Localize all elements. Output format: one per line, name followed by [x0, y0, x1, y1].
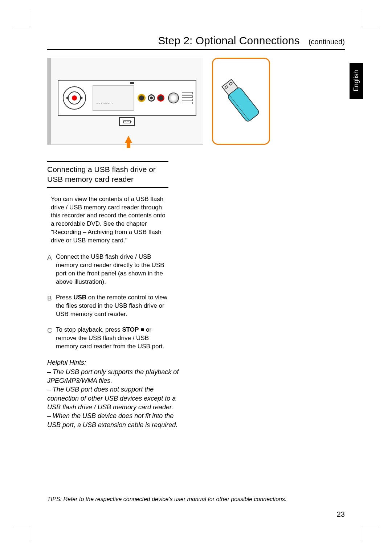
step-c: C To stop playback, press STOP ■ or remo…: [47, 326, 172, 351]
usb-drive-figure: [212, 58, 270, 145]
video-jack-icon: [138, 94, 146, 102]
device-front-panel-figure: MP3 DIRECT: [47, 58, 203, 145]
usb-port-icon: [119, 117, 135, 126]
record-button-icon: [72, 95, 77, 101]
header-title: Step 2: Optional Connections: [158, 34, 299, 46]
insert-arrow-icon: [125, 136, 132, 143]
step-letter: B: [47, 294, 52, 319]
display-panel-icon: MP3 DIRECT: [93, 85, 134, 111]
page-header: Step 2: Optional Connections (continued): [47, 34, 345, 50]
av-jacks-icon: [138, 94, 164, 102]
step-prefix: Press: [56, 294, 73, 301]
knob-icon: [168, 93, 179, 103]
hint-item: – The USB port only supports the playbac…: [47, 368, 185, 385]
tips-footer: TIPS: Refer to the respective connected …: [47, 496, 286, 503]
usb-flash-drive-icon: [221, 75, 261, 128]
page-content: Step 2: Optional Connections (continued)…: [47, 34, 345, 519]
audio-right-jack-icon: [157, 94, 164, 102]
step-letter: A: [47, 253, 52, 286]
step-text: Connect the USB flash drive / USB memory…: [56, 253, 172, 286]
step-b: B Press USB on the remote control to vie…: [47, 294, 172, 319]
step-text: To stop playback, press STOP ■ or remove…: [56, 326, 172, 351]
page-number: 23: [337, 510, 345, 519]
step-text: Press USB on the remote control to view …: [56, 294, 172, 319]
section-intro: You can view the contents of a USB flash…: [47, 195, 168, 245]
header-continued: (continued): [309, 38, 345, 46]
hints-title: Helpful Hints:: [47, 358, 185, 367]
step-letter: C: [47, 326, 52, 351]
mp3-direct-label: MP3 DIRECT: [97, 102, 113, 105]
stop-glyph-icon: ■: [139, 326, 146, 333]
transport-control-icon: [63, 86, 86, 110]
step-command: USB: [73, 294, 86, 301]
helpful-hints: Helpful Hints: – The USB port only suppo…: [47, 358, 185, 429]
step-command: STOP: [122, 326, 139, 333]
hint-item: – When the USB device does not ﬁt into t…: [47, 411, 185, 429]
figure-area: MP3 DIRECT: [47, 58, 345, 145]
language-tab: English: [350, 63, 363, 99]
audio-left-jack-icon: [148, 94, 155, 102]
step-a: A Connect the USB flash drive / USB memo…: [47, 253, 172, 286]
step-prefix: To stop playback, press: [56, 326, 122, 333]
steps-list: A Connect the USB flash drive / USB memo…: [47, 253, 172, 351]
hint-item: – The USB port does not support the conn…: [47, 385, 185, 411]
section-title: Connecting a USB ﬂash drive or USB memor…: [47, 161, 168, 188]
